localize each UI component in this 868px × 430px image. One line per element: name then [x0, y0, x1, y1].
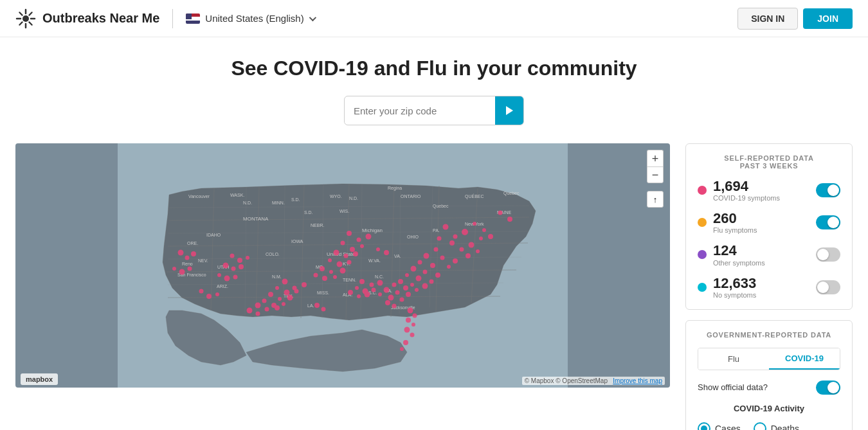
svg-point-107 — [403, 285, 408, 291]
svg-point-142 — [294, 289, 299, 294]
content-row: ORE. IDAHO Reno San Francisco S.D. NEBR.… — [15, 143, 853, 430]
svg-point-121 — [366, 234, 372, 240]
tab-flu[interactable]: Flu — [698, 348, 769, 370]
svg-point-151 — [275, 305, 280, 310]
locale-selector[interactable]: United States (English) — [186, 13, 314, 24]
svg-point-128 — [328, 258, 332, 262]
svg-point-105 — [422, 283, 428, 289]
radio-cases[interactable]: Cases — [698, 422, 741, 430]
svg-point-176 — [224, 276, 230, 282]
svg-line-8 — [19, 22, 22, 24]
svg-point-141 — [284, 290, 290, 296]
svg-point-156 — [179, 269, 185, 275]
radio-deaths[interactable]: Deaths — [754, 422, 799, 430]
svg-point-120 — [357, 238, 361, 242]
svg-point-148 — [282, 302, 285, 306]
svg-point-0 — [23, 15, 29, 22]
svg-point-177 — [233, 275, 238, 280]
flu-toggle[interactable] — [816, 215, 840, 229]
svg-text:IOWA: IOWA — [291, 239, 303, 244]
svg-point-167 — [357, 294, 361, 298]
none-label: No symptoms — [713, 291, 816, 299]
improve-map-link[interactable]: Improve this map — [613, 377, 662, 384]
svg-text:TENN.: TENN. — [343, 278, 356, 282]
svg-point-82 — [460, 247, 464, 252]
svg-point-180 — [406, 318, 411, 323]
svg-point-150 — [265, 307, 269, 312]
svg-point-88 — [434, 247, 439, 252]
svg-point-187 — [206, 294, 212, 299]
government-card-title: GOVERNMENT-REPORTED DATA — [698, 331, 840, 339]
compass-button[interactable]: ↑ — [647, 191, 664, 208]
svg-point-184 — [403, 340, 408, 345]
radio-deaths-outer — [754, 422, 766, 430]
locale-label: United States (English) — [205, 13, 303, 24]
svg-point-81 — [449, 240, 455, 246]
zoom-out-button[interactable]: − — [647, 166, 664, 183]
page-title: See COVID-19 and Flu in your community — [231, 57, 637, 80]
svg-point-99 — [435, 273, 440, 278]
svg-point-189 — [247, 308, 253, 314]
sidebar: SELF-REPORTED DATA PAST 3 WEEKS 1,694 CO… — [685, 143, 853, 430]
svg-text:WASK.: WASK. — [230, 193, 244, 197]
svg-point-77 — [443, 224, 449, 230]
government-tabs: Flu COVID-19 — [698, 348, 840, 370]
self-reported-card: SELF-REPORTED DATA PAST 3 WEEKS 1,694 CO… — [685, 143, 853, 310]
svg-text:PA.: PA. — [433, 228, 440, 233]
svg-text:IDAHO: IDAHO — [206, 233, 221, 237]
radio-row: Cases Deaths — [698, 422, 840, 430]
svg-point-162 — [377, 280, 383, 286]
svg-text:ARIZ.: ARIZ. — [217, 284, 228, 289]
svg-point-174 — [239, 264, 244, 269]
svg-point-106 — [392, 283, 397, 287]
svg-point-188 — [215, 292, 219, 296]
svg-point-95 — [430, 263, 435, 268]
svg-text:Vancouver: Vancouver — [188, 194, 210, 199]
join-button[interactable]: JOIN — [803, 8, 853, 29]
svg-text:S.D.: S.D. — [304, 210, 313, 215]
show-official-row: Show official data? — [698, 381, 840, 395]
zoom-in-button[interactable]: + — [647, 150, 664, 166]
svg-line-6 — [29, 22, 32, 24]
zip-input[interactable] — [345, 99, 495, 123]
logo-text: Outbreaks Near Me — [42, 11, 159, 26]
mapbox-label: mapbox — [26, 375, 53, 383]
tab-covid[interactable]: COVID-19 — [769, 348, 840, 370]
svg-point-149 — [255, 303, 261, 309]
logo-icon — [15, 8, 36, 29]
other-toggle[interactable] — [816, 247, 840, 262]
svg-point-127 — [353, 251, 358, 256]
signin-button[interactable]: SIGN IN — [737, 8, 798, 30]
svg-point-172 — [223, 263, 229, 269]
svg-point-89 — [466, 253, 471, 258]
stat-row-covid: 1,694 COVID-19 symptoms — [698, 179, 840, 202]
none-toggle-knob — [817, 282, 829, 293]
svg-point-144 — [278, 297, 282, 301]
svg-point-103 — [398, 279, 403, 284]
other-dot — [698, 250, 707, 259]
flu-stat-info: 260 Flu symptoms — [713, 211, 816, 234]
main-content: See COVID-19 and Flu in your community — [0, 37, 868, 430]
other-count: 124 — [713, 243, 816, 258]
map-zoom-controls: + − — [647, 150, 664, 183]
svg-point-83 — [469, 242, 475, 248]
svg-text:S.D.: S.D. — [291, 197, 300, 202]
svg-point-185 — [400, 347, 404, 351]
svg-point-85 — [437, 237, 442, 241]
svg-text:WIS.: WIS. — [339, 209, 349, 213]
svg-point-93 — [453, 258, 458, 264]
svg-point-159 — [321, 307, 326, 312]
logo[interactable]: Outbreaks Near Me — [15, 8, 159, 29]
none-toggle[interactable] — [816, 280, 840, 294]
svg-text:NEBR.: NEBR. — [311, 223, 324, 228]
svg-point-92 — [440, 256, 445, 260]
none-dot — [698, 283, 707, 292]
svg-point-175 — [217, 273, 221, 277]
svg-point-97 — [411, 266, 417, 272]
zip-submit-button[interactable] — [495, 96, 523, 125]
covid-toggle-knob — [827, 184, 839, 196]
svg-point-94 — [418, 260, 422, 265]
covid-toggle[interactable] — [816, 183, 840, 197]
flu-toggle-knob — [827, 217, 839, 228]
show-official-toggle[interactable] — [816, 381, 840, 395]
